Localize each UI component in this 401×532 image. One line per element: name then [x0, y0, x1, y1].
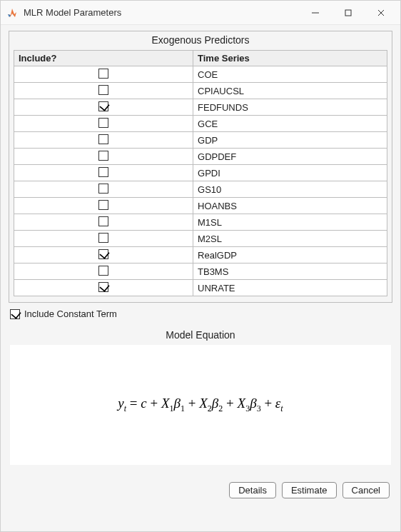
- table-row: GDPDEF: [14, 149, 387, 165]
- series-cell: GPDI: [193, 165, 387, 181]
- table-row: GPDI: [14, 165, 387, 181]
- col-header-series: Time Series: [193, 51, 387, 66]
- series-cell: HOANBS: [193, 198, 387, 214]
- predictors-group: Exogenous Predictors Include? Time Serie…: [9, 31, 392, 303]
- include-checkbox[interactable]: [98, 233, 108, 243]
- series-cell: RealGDP: [193, 247, 387, 264]
- series-cell: COE: [193, 66, 387, 83]
- table-row: GCE: [14, 116, 387, 132]
- predictors-table: Include? Time Series COECPIAUCSLFEDFUNDS…: [14, 50, 387, 296]
- table-row: TB3MS: [14, 264, 387, 280]
- series-cell: FEDFUNDS: [193, 99, 387, 116]
- model-equation: yt = c + X1β1 + X2β2 + X3β3 + εt: [118, 396, 283, 414]
- include-checkbox[interactable]: [98, 69, 108, 79]
- include-constant-row[interactable]: Include Constant Term: [9, 303, 392, 319]
- table-row: CPIAUCSL: [14, 83, 387, 99]
- cancel-button[interactable]: Cancel: [342, 482, 390, 498]
- series-cell: TB3MS: [193, 264, 387, 280]
- series-cell: GDPDEF: [193, 149, 387, 165]
- series-cell: GDP: [193, 132, 387, 149]
- include-checkbox[interactable]: [98, 118, 108, 128]
- app-window: MLR Model Parameters Exogenous Predictor…: [0, 0, 401, 532]
- table-row: M2SL: [14, 231, 387, 247]
- predictors-group-title: Exogenous Predictors: [9, 31, 392, 50]
- content-area: Exogenous Predictors Include? Time Serie…: [1, 25, 400, 531]
- include-checkbox[interactable]: [98, 249, 108, 259]
- table-row: RealGDP: [14, 247, 387, 264]
- series-cell: CPIAUCSL: [193, 83, 387, 99]
- include-constant-checkbox[interactable]: [10, 309, 20, 319]
- include-checkbox[interactable]: [98, 134, 108, 144]
- include-checkbox[interactable]: [98, 101, 108, 111]
- matlab-icon: [6, 7, 18, 19]
- series-cell: M2SL: [193, 231, 387, 247]
- include-checkbox[interactable]: [98, 85, 108, 95]
- table-row: GDP: [14, 132, 387, 149]
- include-checkbox[interactable]: [98, 266, 108, 276]
- estimate-button[interactable]: Estimate: [282, 482, 337, 498]
- series-cell: GCE: [193, 116, 387, 132]
- col-header-include: Include?: [14, 51, 193, 66]
- include-checkbox[interactable]: [98, 216, 108, 226]
- maximize-button[interactable]: [332, 1, 365, 24]
- minimize-button[interactable]: [299, 1, 332, 24]
- svg-rect-1: [345, 10, 351, 16]
- include-checkbox[interactable]: [98, 151, 108, 161]
- series-cell: UNRATE: [193, 280, 387, 296]
- details-button[interactable]: Details: [229, 482, 276, 498]
- table-row: HOANBS: [14, 198, 387, 214]
- include-constant-label: Include Constant Term: [24, 308, 117, 319]
- close-button[interactable]: [365, 1, 397, 24]
- series-cell: M1SL: [193, 214, 387, 231]
- table-row: M1SL: [14, 214, 387, 231]
- table-row: GS10: [14, 181, 387, 198]
- series-cell: GS10: [193, 181, 387, 198]
- table-row: UNRATE: [14, 280, 387, 296]
- model-equation-box: yt = c + X1β1 + X2β2 + X3β3 + εt: [10, 345, 391, 465]
- table-row: FEDFUNDS: [14, 99, 387, 116]
- include-checkbox[interactable]: [98, 200, 108, 210]
- button-row: Details Estimate Cancel: [9, 465, 392, 498]
- table-row: COE: [14, 66, 387, 83]
- include-checkbox[interactable]: [98, 184, 108, 194]
- window-title: MLR Model Parameters: [24, 7, 299, 18]
- model-equation-title: Model Equation: [9, 319, 392, 345]
- window-controls: [299, 1, 397, 24]
- include-checkbox[interactable]: [98, 167, 108, 177]
- titlebar: MLR Model Parameters: [1, 1, 400, 25]
- include-checkbox[interactable]: [98, 282, 108, 292]
